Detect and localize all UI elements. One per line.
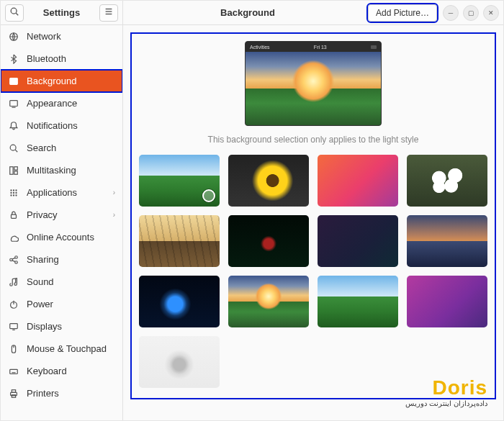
- svg-point-22: [15, 194, 17, 196]
- svg-rect-12: [14, 166, 17, 169]
- applications-icon: [8, 187, 19, 199]
- sidebar-header: Settings: [1, 1, 122, 25]
- sidebar-item-displays[interactable]: Displays: [1, 315, 122, 338]
- sidebar-item-notifications[interactable]: Notifications: [1, 114, 122, 137]
- keyboard-icon: [8, 366, 19, 377]
- power-icon: [8, 299, 19, 310]
- wallpaper-thumb[interactable]: [318, 215, 398, 267]
- add-picture-button[interactable]: Add Picture…: [368, 4, 437, 22]
- hamburger-icon: [104, 6, 114, 19]
- close-icon: ✕: [488, 9, 494, 17]
- wallpaper-thumb[interactable]: [228, 276, 309, 327]
- svg-point-21: [13, 194, 14, 196]
- sidebar-item-label: Bluetooth: [27, 53, 66, 64]
- preview-topbar: Activities Fri 13: [246, 42, 381, 52]
- sidebar-item-label: Network: [27, 31, 61, 42]
- sidebar-item-bluetooth[interactable]: Bluetooth: [1, 47, 122, 70]
- svg-point-25: [15, 255, 18, 258]
- svg-line-27: [12, 258, 15, 259]
- multitasking-icon: [8, 165, 19, 176]
- wallpaper-grid: [139, 155, 487, 388]
- wallpaper-thumb[interactable]: [407, 155, 487, 207]
- style-hint-text: This background selection only applies t…: [139, 135, 487, 145]
- sidebar-item-label: Background: [27, 76, 76, 86]
- network-icon: [8, 31, 19, 42]
- sidebar-item-label: Applications: [27, 187, 77, 198]
- svg-point-9: [10, 145, 16, 150]
- svg-point-18: [13, 191, 14, 193]
- svg-rect-11: [10, 166, 13, 174]
- search-button[interactable]: [5, 4, 24, 22]
- wallpaper-thumb[interactable]: [139, 215, 220, 267]
- sidebar-item-search[interactable]: Search: [1, 137, 122, 159]
- svg-point-24: [10, 258, 13, 261]
- online-accounts-icon: [8, 232, 19, 243]
- privacy-icon: [8, 209, 19, 221]
- background-frame-highlight: Activities Fri 13 This background select…: [130, 32, 496, 399]
- preview-wallpaper-image: [246, 52, 381, 125]
- wallpaper-thumb[interactable]: [407, 276, 487, 327]
- maximize-button[interactable]: ▢: [463, 5, 479, 21]
- sidebar-item-label: Keyboard: [27, 366, 67, 376]
- sidebar-item-mouse-touchpad[interactable]: Mouse & Touchpad: [1, 338, 122, 360]
- sidebar-item-label: Appearance: [27, 98, 77, 109]
- svg-rect-35: [10, 369, 18, 374]
- displays-icon: [8, 321, 19, 332]
- wallpaper-thumb[interactable]: [228, 215, 309, 267]
- sidebar-item-label: Sharing: [27, 254, 59, 265]
- maximize-icon: ▢: [468, 9, 474, 17]
- sidebar-item-keyboard[interactable]: Keyboard: [1, 360, 122, 382]
- printers-icon: [8, 388, 19, 399]
- current-background-preview: Activities Fri 13: [245, 41, 382, 126]
- svg-rect-23: [12, 214, 17, 218]
- notifications-icon: [8, 120, 19, 132]
- wallpaper-thumb[interactable]: [318, 276, 398, 327]
- minimize-button[interactable]: ─: [443, 5, 459, 21]
- preview-wrap: Activities Fri 13: [139, 41, 487, 126]
- sidebar-item-label: Online Accounts: [27, 232, 94, 243]
- svg-point-14: [10, 189, 12, 191]
- svg-point-16: [15, 189, 17, 191]
- sidebar-item-label: Power: [27, 299, 53, 309]
- sidebar-item-label: Sound: [27, 276, 54, 287]
- wallpaper-thumb[interactable]: [139, 276, 220, 327]
- close-button[interactable]: ✕: [483, 5, 499, 21]
- sidebar-item-appearance[interactable]: Appearance: [1, 92, 122, 114]
- wallpaper-thumb[interactable]: [318, 155, 398, 207]
- hamburger-menu-button[interactable]: [99, 4, 118, 22]
- preview-clock-label: Fri 13: [314, 45, 327, 50]
- sidebar-item-applications[interactable]: Applications›: [1, 181, 122, 204]
- sidebar-item-sharing[interactable]: Sharing: [1, 248, 122, 271]
- svg-point-17: [10, 191, 12, 193]
- svg-rect-13: [14, 171, 17, 173]
- sharing-icon: [8, 254, 19, 266]
- mouse-icon: [8, 343, 19, 355]
- sidebar-item-multitasking[interactable]: Multitasking: [1, 159, 122, 181]
- wallpaper-thumb[interactable]: [139, 336, 220, 388]
- sidebar-nav: NetworkBluetoothBackgroundAppearanceNoti…: [1, 25, 122, 420]
- sidebar-item-printers[interactable]: Printers: [1, 382, 122, 404]
- preview-activities-label: Activities: [250, 45, 270, 50]
- svg-line-28: [12, 260, 15, 261]
- page-title: Background: [127, 7, 368, 18]
- sidebar-item-sound[interactable]: Sound: [1, 271, 122, 293]
- svg-point-26: [15, 261, 18, 263]
- bluetooth-icon: [8, 53, 19, 65]
- sidebar-item-power[interactable]: Power: [1, 293, 122, 315]
- wallpaper-thumb[interactable]: [139, 155, 220, 207]
- svg-point-15: [13, 189, 14, 191]
- settings-window: Settings NetworkBluetoothBackgroundAppea…: [0, 0, 504, 421]
- sound-icon: [8, 276, 19, 288]
- sidebar-item-privacy[interactable]: Privacy›: [1, 204, 122, 226]
- sidebar: Settings NetworkBluetoothBackgroundAppea…: [1, 1, 123, 420]
- search-icon: [9, 6, 19, 19]
- wallpaper-thumb[interactable]: [407, 215, 487, 267]
- svg-rect-44: [12, 394, 15, 397]
- sidebar-item-label: Mouse & Touchpad: [27, 343, 107, 354]
- sidebar-item-network[interactable]: Network: [1, 25, 122, 47]
- sidebar-item-background[interactable]: Background: [1, 70, 122, 92]
- wallpaper-thumb[interactable]: [228, 155, 309, 207]
- sidebar-item-online-accounts[interactable]: Online Accounts: [1, 226, 122, 248]
- sidebar-item-label: Notifications: [27, 120, 78, 131]
- titlebar: Background Add Picture… ─ ▢ ✕: [123, 1, 503, 25]
